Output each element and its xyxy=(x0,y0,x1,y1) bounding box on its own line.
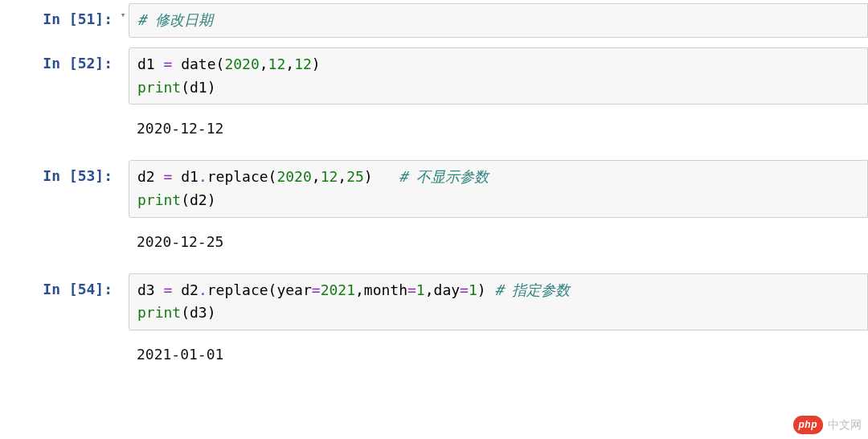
output-text: 2021-01-01 xyxy=(129,340,868,368)
prompt-column: In [52]: xyxy=(0,47,117,76)
output-row: 2020-12-12 xyxy=(0,114,868,142)
code-cell: In [54]: d3 = d2.replace(year=2021,month… xyxy=(0,273,868,331)
prompt-label: In [54]: xyxy=(43,278,113,302)
prompt-label: In [51]: xyxy=(43,8,113,31)
output-row: 2021-01-01 xyxy=(0,340,868,368)
code-input-area[interactable]: d1 = date(2020,12,12) print(d1) xyxy=(129,47,868,105)
prompt-column xyxy=(0,228,117,229)
collapse-placeholder xyxy=(117,160,129,165)
collapse-placeholder xyxy=(117,273,129,278)
code-input-area[interactable]: d3 = d2.replace(year=2021,month=1,day=1)… xyxy=(129,273,868,331)
output-row: 2020-12-25 xyxy=(0,228,868,256)
output-text: 2020-12-25 xyxy=(129,228,868,256)
watermark-text: 中文网 xyxy=(828,416,862,433)
notebook-root: In [51]: ▾ # 修改日期 In [52]: d1 = date(202… xyxy=(0,0,868,439)
code-input-area[interactable]: d2 = d1.replace(2020,12,25) # 不显示参数 prin… xyxy=(129,160,868,218)
watermark-badge: php xyxy=(793,416,824,434)
watermark: php 中文网 xyxy=(793,416,862,434)
code-cell: In [52]: d1 = date(2020,12,12) print(d1) xyxy=(0,47,868,105)
chevron-down-icon: ▾ xyxy=(121,10,126,20)
prompt-column: In [51]: xyxy=(0,3,117,31)
prompt-column xyxy=(0,340,117,342)
prompt-column xyxy=(0,114,117,116)
output-text: 2020-12-12 xyxy=(129,114,868,142)
prompt-column: In [53]: xyxy=(0,160,117,188)
prompt-label: In [53]: xyxy=(43,165,113,188)
collapse-toggle-icon[interactable]: ▾ xyxy=(117,3,129,23)
code-cell: In [53]: d2 = d1.replace(2020,12,25) # 不… xyxy=(0,160,868,218)
code-input-area[interactable]: # 修改日期 xyxy=(129,3,868,38)
code-cell: In [51]: ▾ # 修改日期 xyxy=(0,3,868,38)
prompt-label: In [52]: xyxy=(43,52,113,76)
collapse-placeholder xyxy=(117,47,129,52)
prompt-column: In [54]: xyxy=(0,273,117,302)
